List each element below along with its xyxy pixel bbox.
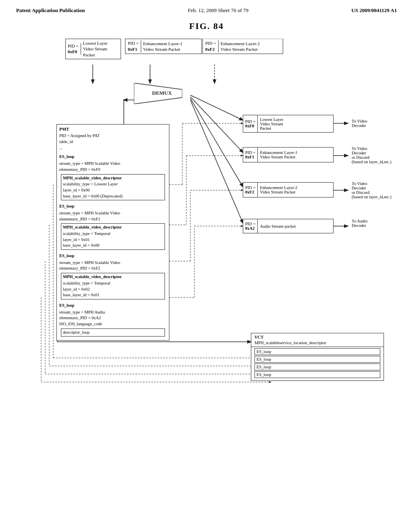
vct-es-loop-1: ES_loop [254, 348, 380, 355]
right-pid-label-0xF1: PID =0xF1 [243, 148, 258, 162]
to-label-0xF2: To VideoDecoderor Discard(based on layer… [352, 181, 404, 199]
header-center: Feb. 12, 2009 Sheet 76 of 79 [188, 7, 248, 14]
vct-es-loop-3: ES_loop [254, 364, 380, 370]
right-pid-label-0xF2: PID =0xF2 [243, 183, 258, 197]
top-pid-value-1: 0xF1 [128, 47, 137, 52]
to-label-0xA2: To AudioDecoder [352, 219, 392, 228]
right-stream-0xF0: PID =0xF0 Lowest LayerVideo StreamPacket [243, 115, 334, 133]
svg-line-5 [190, 98, 243, 187]
es-loop-4: ES_loop stream_type = MPH Audioelementar… [59, 303, 167, 337]
svg-line-6 [190, 100, 243, 223]
right-pid-desc-0xA2: Audio Stream packet [258, 219, 298, 233]
descriptor-4: descriptor_loop [61, 328, 165, 337]
descriptor-1: MPH_scalable_video_descriptor scalabilit… [61, 174, 165, 201]
right-pid-label-0xA2: PID =0xA2 [243, 219, 258, 233]
header-left: Patent Application Publication [16, 7, 85, 14]
es-loop-1: ES_loop stream_type = MPH Scalable Video… [59, 154, 167, 200]
right-pid-desc-0xF1: Enhancement Layer-1Video Stream Packet [258, 148, 299, 162]
vct-es-loop-4: ES_loop [254, 371, 380, 378]
to-label-0xF0: To VideoDecoder [352, 119, 392, 128]
right-pid-desc-0xF0: Lowest LayerVideo StreamPacket [258, 115, 285, 132]
vct-service-desc: MPH_scalableservice_location_descriptor [251, 341, 384, 347]
es-loop-2: ES_loop stream_type = MPH Scalable Video… [59, 204, 167, 250]
right-pid-desc-0xF2: Enhancement Layer-2Video Stream Packet [258, 183, 299, 197]
top-pid-desc-2: Enhancement Layer-2Video Stream Packet [221, 41, 260, 52]
right-pid-label-0xF0: PID =0xF0 [243, 115, 258, 132]
pmt-box: PMT PID = Assigned by PAT table_id ... E… [56, 124, 169, 341]
top-pid-desc-0: Lowest LayerVideo StreamPacket [83, 40, 108, 58]
top-pid-label-2: PID = [205, 41, 216, 46]
top-packet-0xF0: PID = 0xF0 Lowest LayerVideo StreamPacke… [65, 39, 121, 59]
demux-shape: DEMUX [134, 83, 182, 104]
header-right: US 2009/0041129 A1 [351, 7, 397, 14]
top-pid-label-1: PID = [128, 41, 139, 46]
to-label-0xF1: To VideoDecoderor Discard(based on layer… [352, 146, 404, 164]
es-loop-3: ES_loop stream_type = MPH Scalable Video… [59, 253, 167, 299]
top-pid-value-2: 0xF2 [205, 47, 215, 52]
descriptor-2: MPH_scalable_video_descriptor scalabilit… [61, 223, 165, 250]
right-stream-0xF1: PID =0xF1 Enhancement Layer-1Video Strea… [243, 147, 334, 162]
vct-title: VCT [251, 335, 384, 341]
figure-title: FIG. 84 [0, 21, 413, 31]
vct-box: VCT MPH_scalableservice_location_descrip… [251, 333, 384, 381]
right-stream-0xF2: PID =0xF2 Enhancement Layer-2Video Strea… [243, 182, 334, 197]
svg-line-3 [190, 95, 243, 120]
top-pid-value-0: 0xF0 [68, 49, 77, 54]
page-header: Patent Application Publication Feb. 12, … [0, 0, 413, 14]
pmt-title: PMT [59, 126, 167, 132]
top-packet-0xF1: PID = 0xF1 Enhancement Layer-1Video Stre… [125, 39, 202, 54]
pmt-pid-info: PID = Assigned by PAT table_id ... [59, 133, 167, 151]
vct-es-loop-2: ES_loop [254, 356, 380, 363]
top-pid-desc-1: Enhancement Layer-1Video Stream Packet [143, 41, 182, 52]
top-packet-0xF2: PID = 0xF2 Enhancement Layer-2Video Stre… [202, 39, 283, 54]
svg-text:DEMUX: DEMUX [152, 90, 172, 96]
descriptor-3: MPH_scalable_video_descriptor scalabilit… [61, 273, 165, 299]
right-stream-0xA2: PID =0xA2 Audio Stream packet [243, 219, 334, 233]
svg-line-4 [190, 97, 243, 152]
top-pid-label-0: PID = [68, 44, 79, 48]
diagram-area: PID = 0xF0 Lowest LayerVideo StreamPacke… [13, 35, 400, 503]
